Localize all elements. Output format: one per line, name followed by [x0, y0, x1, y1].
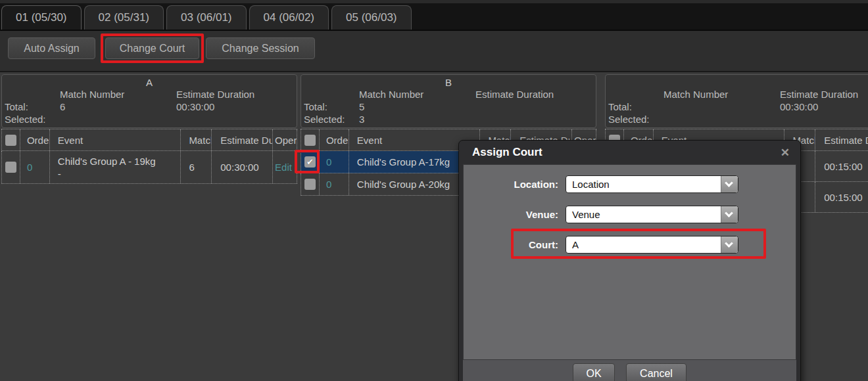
tab-day-05[interactable]: 05 (06/03): [331, 5, 412, 30]
venue-select-value: Venue: [572, 206, 600, 223]
table-header-row: Order Event Match Number Estimate Durati…: [1, 129, 297, 151]
panel-letter: A: [2, 77, 297, 88]
estimate-duration-label: Estimate Duration: [475, 89, 554, 100]
location-label: Location:: [464, 179, 566, 190]
tab-day-01[interactable]: 01 (05/30): [1, 5, 82, 30]
match-number-label: Match Number: [60, 89, 124, 100]
estimate-duration-label: Estimate Duration: [176, 89, 254, 100]
match-count: 6: [181, 151, 212, 183]
toolbar: Auto Assign Change Court Change Session: [0, 31, 868, 72]
assign-court-dialog: Assign Court ✕ Location: Location Venue:…: [458, 140, 801, 381]
order-column-header: Order: [20, 129, 50, 150]
check-icon: ✔: [306, 156, 314, 168]
estimate-column-header: Estimate Duration: [815, 129, 868, 150]
tab-day-02[interactable]: 02 (05/31): [84, 5, 164, 30]
selected-match-value: 3: [359, 114, 364, 125]
total-label: Total:: [304, 101, 327, 112]
change-session-button[interactable]: Change Session: [206, 37, 315, 59]
total-estimate-value: 00:30:00: [176, 101, 214, 112]
selected-label: Selected:: [5, 114, 46, 125]
estimate-value: 00:30:00: [212, 151, 273, 183]
panel-a-table: Order Event Match Number Estimate Durati…: [1, 129, 297, 184]
order-value: 0: [20, 151, 50, 183]
total-label: Total:: [5, 101, 28, 112]
total-match-value: 5: [359, 101, 364, 112]
sessions-area: A Match Number Estimate Duration Total: …: [0, 72, 868, 381]
table-row[interactable]: 0 Child's Group A - 19kg - 6 00:30:00 Ed…: [1, 151, 297, 184]
change-court-button[interactable]: Change Court: [105, 37, 199, 59]
dialog-title: Assign Court: [472, 146, 542, 159]
chevron-down-icon[interactable]: [721, 206, 738, 223]
location-select-value: Location: [572, 176, 610, 192]
dialog-footer: OK Cancel: [463, 360, 796, 381]
dialog-body: Location: Location Venue: Venue Court: A: [463, 164, 796, 360]
event-name: Child's Group A - 19kg -: [50, 151, 181, 183]
operation-column-header: Operation: [273, 129, 297, 150]
select-all-checkbox[interactable]: [5, 135, 16, 146]
match-number-label: Match Number: [359, 89, 423, 100]
panel-c-summary: Match Number Estimate Duration Total: 00…: [605, 74, 868, 128]
total-label: Total:: [608, 101, 632, 112]
court-label: Court:: [464, 239, 566, 250]
chevron-down-icon[interactable]: [721, 176, 738, 192]
date-tab-bar: 01 (05/30) 02 (05/31) 03 (06/01) 04 (06/…: [0, 0, 868, 31]
row-checkbox[interactable]: [304, 179, 316, 190]
order-value: 0: [320, 173, 349, 195]
tab-day-03[interactable]: 03 (06/01): [166, 5, 247, 30]
row-checkbox-checked[interactable]: ✔: [304, 156, 316, 168]
total-match-value: 6: [60, 101, 65, 112]
order-column-header: Order: [320, 129, 349, 150]
match-column-header: Match Number: [181, 129, 212, 150]
tab-day-04[interactable]: 04 (06/02): [249, 5, 329, 30]
estimate-value: 00:15:00: [815, 182, 868, 212]
estimate-duration-label: Estimate Duration: [780, 89, 858, 100]
row-checkbox[interactable]: [5, 162, 16, 173]
event-column-header: Event: [50, 129, 181, 150]
estimate-column-header: Estimate Duration: [212, 129, 273, 150]
court-select[interactable]: A: [566, 236, 738, 254]
estimate-value: 00:15:00: [815, 151, 868, 181]
auto-assign-button[interactable]: Auto Assign: [8, 37, 95, 59]
selected-label: Selected:: [608, 114, 650, 125]
panel-b-summary: B Match Number Estimate Duration Total: …: [301, 74, 596, 128]
ok-button[interactable]: OK: [573, 363, 615, 381]
cancel-button[interactable]: Cancel: [626, 363, 687, 381]
venue-label: Venue:: [464, 209, 566, 220]
selected-label: Selected:: [304, 114, 345, 125]
dialog-title-bar: Assign Court ✕: [459, 141, 800, 164]
order-value: 0: [320, 151, 349, 173]
panel-letter: B: [301, 77, 596, 88]
panel-a-summary: A Match Number Estimate Duration Total: …: [1, 74, 297, 128]
venue-select[interactable]: Venue: [566, 206, 738, 223]
edit-link[interactable]: Edit: [273, 151, 297, 183]
total-estimate-value: 00:30:00: [780, 101, 818, 112]
chevron-down-icon[interactable]: [721, 236, 738, 253]
court-select-value: A: [572, 236, 579, 253]
select-all-checkbox[interactable]: [304, 135, 316, 146]
location-select[interactable]: Location: [566, 175, 738, 193]
match-number-label: Match Number: [663, 89, 728, 100]
close-icon[interactable]: ✕: [781, 146, 790, 160]
